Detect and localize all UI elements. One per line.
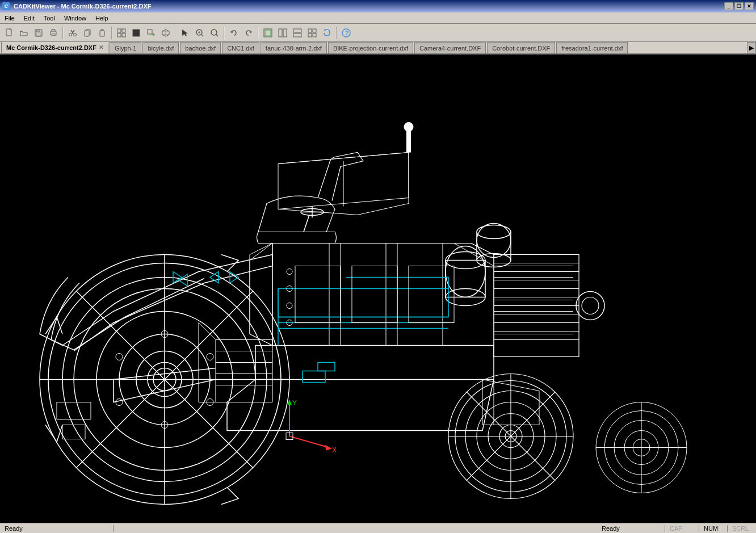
tab-close-active[interactable]: ✕ <box>99 44 103 51</box>
svg-rect-32 <box>265 30 271 36</box>
menu-file[interactable]: File <box>0 12 19 23</box>
tab-bachoe[interactable]: bachoe.dxf <box>180 42 221 53</box>
toolbar-undo[interactable] <box>227 26 241 40</box>
status-num: NUM <box>699 525 728 532</box>
svg-line-24 <box>201 34 204 36</box>
toolbar-add-shape[interactable] <box>144 26 158 40</box>
tab-label-bike: BIKE-projection-current.dxf <box>333 45 408 52</box>
toolbar-copy[interactable] <box>81 26 94 40</box>
svg-text:Y: Y <box>292 399 297 407</box>
toolbar-rotate[interactable] <box>320 26 334 40</box>
svg-rect-34 <box>283 29 287 37</box>
tab-bicyle[interactable]: bicyle.dxf <box>142 42 179 53</box>
menu-tool[interactable]: Tool <box>39 12 60 23</box>
status-ready2-text: Ready <box>602 525 620 532</box>
status-ready-right: Ready <box>597 525 665 532</box>
sep6 <box>336 27 337 39</box>
status-cap-text: CAP <box>670 525 683 532</box>
toolbar-view1[interactable] <box>261 26 275 40</box>
tab-label-bachoe: bachoe.dxf <box>185 45 216 52</box>
svg-rect-14 <box>122 33 125 37</box>
tab-bar: Mc Cormik-D326-current2.DXF ✕ Glyph-1 bi… <box>0 42 756 54</box>
tab-label-fresadora: fresadora1-current.dxf <box>561 45 623 52</box>
tab-cnc1[interactable]: CNC1.dxf <box>222 42 259 53</box>
status-cap: CAP <box>665 525 699 532</box>
exhaust-pipe <box>406 130 411 153</box>
svg-marker-41 <box>324 30 326 31</box>
svg-rect-37 <box>308 29 312 32</box>
sep5 <box>258 27 259 39</box>
svg-rect-40 <box>313 33 316 37</box>
canvas-area[interactable]: Y X <box>0 54 756 523</box>
toolbar-new[interactable] <box>2 26 16 40</box>
tab-fresadora[interactable]: fresadora1-current.dxf <box>556 42 628 53</box>
tab-corobot[interactable]: Corobot-current.DXF <box>487 42 555 53</box>
toolbar-zoom-fit[interactable] <box>208 26 221 40</box>
status-ready-left: Ready <box>0 525 114 532</box>
tab-glyph[interactable]: Glyph-1 <box>110 42 142 53</box>
sep4 <box>224 27 225 39</box>
menu-help[interactable]: Help <box>91 12 113 23</box>
tab-fanuc[interactable]: fanuc-430-arm-2.dxf <box>261 42 327 53</box>
toolbar-select[interactable] <box>178 26 192 40</box>
svg-rect-15 <box>133 30 140 36</box>
menu-window[interactable]: Window <box>60 12 91 23</box>
minimize-button[interactable]: _ <box>724 2 733 10</box>
svg-rect-3 <box>36 33 41 36</box>
menu-bar: File Edit Tool Window Help <box>0 12 756 24</box>
window-title: CADKitViewer - Mc Cormik-D326-current2.D… <box>14 3 151 10</box>
svg-point-6 <box>69 33 72 36</box>
svg-rect-33 <box>279 29 282 37</box>
toolbar-help[interactable]: ? <box>339 26 353 40</box>
tab-label-active: Mc Cormik-D326-current2.DXF <box>6 44 96 51</box>
svg-rect-36 <box>293 33 301 37</box>
title-bar-controls: _ ❐ ✕ <box>724 2 754 10</box>
tab-bike[interactable]: BIKE-projection-current.dxf <box>328 42 413 53</box>
svg-line-28 <box>216 34 219 36</box>
toolbar-print[interactable] <box>47 26 60 40</box>
tab-label-fanuc: fanuc-430-arm-2.dxf <box>266 45 322 52</box>
toolbar-zoom-in[interactable] <box>193 26 207 40</box>
tab-overflow-button[interactable]: ▶ <box>747 42 756 53</box>
toolbar-solid-rect[interactable] <box>129 26 143 40</box>
svg-rect-35 <box>293 29 301 32</box>
toolbar-block[interactable] <box>115 26 128 40</box>
toolbar-view3[interactable] <box>291 26 304 40</box>
tab-active[interactable]: Mc Cormik-D326-current2.DXF ✕ <box>1 42 108 53</box>
app-icon: C <box>2 2 10 10</box>
svg-rect-39 <box>308 33 312 37</box>
tab-label-cnc1: CNC1.dxf <box>227 45 254 52</box>
toolbar: ? <box>0 24 756 42</box>
toolbar-view2[interactable] <box>276 26 289 40</box>
toolbar-view4[interactable] <box>305 26 319 40</box>
title-bar: C CADKitViewer - Mc Cormik-D326-current2… <box>0 0 756 12</box>
toolbar-redo[interactable] <box>242 26 255 40</box>
sep2 <box>111 27 112 39</box>
toolbar-paste[interactable] <box>95 26 109 40</box>
svg-rect-9 <box>85 31 89 36</box>
title-bar-left: C CADKitViewer - Mc Cormik-D326-current2… <box>2 2 151 10</box>
toolbar-open[interactable] <box>17 26 31 40</box>
menu-edit[interactable]: Edit <box>19 12 39 23</box>
status-ready-text: Ready <box>5 525 23 532</box>
status-bar: Ready Ready CAP NUM SCRL <box>0 523 756 533</box>
svg-rect-38 <box>313 29 316 32</box>
toolbar-3d-box[interactable] <box>159 26 173 40</box>
toolbar-cut[interactable] <box>66 26 79 40</box>
svg-rect-16 <box>148 30 152 34</box>
close-button[interactable]: ✕ <box>745 2 754 10</box>
svg-point-7 <box>74 33 77 36</box>
svg-rect-13 <box>117 33 121 37</box>
svg-rect-12 <box>122 29 125 32</box>
svg-rect-11 <box>117 29 121 32</box>
svg-text:?: ? <box>345 30 348 36</box>
svg-rect-10 <box>100 31 104 36</box>
tab-label-corobot: Corobot-current.DXF <box>492 45 550 52</box>
restore-button[interactable]: ❐ <box>734 2 744 10</box>
tab-camera4[interactable]: Camera4-current.DXF <box>414 42 486 53</box>
svg-rect-2 <box>36 30 40 32</box>
svg-text:X: X <box>332 446 337 454</box>
tab-label-camera4: Camera4-current.DXF <box>419 45 481 52</box>
toolbar-save[interactable] <box>32 26 45 40</box>
sep1 <box>62 27 64 39</box>
